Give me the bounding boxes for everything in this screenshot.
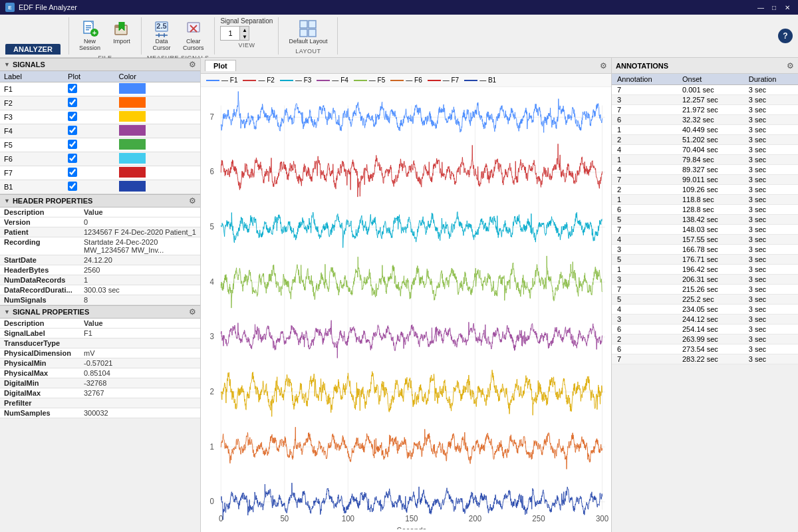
ann-onset: 118.8 sec <box>677 195 743 205</box>
signal-label: F1 <box>0 82 64 96</box>
signal-label: F4 <box>0 124 64 138</box>
signal-plot-check[interactable] <box>64 110 114 124</box>
analyzer-tab[interactable]: ANALYZER <box>5 44 61 55</box>
minimize-button[interactable]: — <box>755 3 766 12</box>
signal-plot-check[interactable] <box>64 166 114 180</box>
legend-item: — F5 <box>354 76 385 84</box>
signal-label: F2 <box>0 96 64 110</box>
ann-annotation: 5 <box>612 215 677 225</box>
ann-onset: 283.22 sec <box>677 354 743 364</box>
ann-duration: 3 sec <box>743 225 798 235</box>
signal-plot-check[interactable] <box>64 124 114 138</box>
legend-item: — F2 <box>243 76 274 84</box>
plot-tab[interactable]: Plot <box>205 60 236 71</box>
plot-gear-icon[interactable]: ⚙ <box>600 61 607 70</box>
default-layout-button[interactable]: Default Layout <box>284 17 332 47</box>
data-cursor-button[interactable]: 2.5 DataCursor <box>148 17 176 53</box>
signal-label: F6 <box>0 152 64 166</box>
maximize-button[interactable]: □ <box>769 3 779 12</box>
plot-area: Plot ⚙ — F1— F2— F3— F4— F5— F6— F7— B1 … <box>201 58 612 532</box>
signal-prop-value: 300032 <box>80 408 200 418</box>
annotations-gear-icon[interactable]: ⚙ <box>787 61 794 70</box>
new-session-button[interactable]: + NewSession <box>74 17 105 53</box>
signal-separation-value: 1 <box>221 29 239 38</box>
annotation-row: 4 234.05 sec 3 sec <box>612 305 798 315</box>
annotation-row: 5 138.42 sec 3 sec <box>612 215 798 225</box>
signal-props-header[interactable]: ▼ SIGNAL PROPERTIES ⚙ <box>0 305 200 319</box>
signal-props-col-val: Value <box>80 319 200 329</box>
header-props-header[interactable]: ▼ HEADER PROPERTIES ⚙ <box>0 194 200 207</box>
ann-annotation: 4 <box>612 305 677 315</box>
ann-onset: 109.26 sec <box>677 185 743 195</box>
signal-props-gear-icon[interactable]: ⚙ <box>189 307 196 317</box>
header-props-table: Description Value Version 0 Patient 1234… <box>0 207 200 305</box>
svg-rect-19 <box>309 29 316 37</box>
signal-label: F3 <box>0 110 64 124</box>
ann-annotation: 4 <box>612 235 677 245</box>
new-session-label: NewSession <box>79 38 100 51</box>
ann-duration: 3 sec <box>743 135 798 145</box>
view-section: Signal Separation 1 ▲ ▼ VIEW <box>215 17 279 55</box>
signal-color <box>115 180 200 194</box>
signal-plot-check[interactable] <box>64 152 114 166</box>
ann-duration: 3 sec <box>743 165 798 175</box>
plot-canvas[interactable]: 7 6 5 4 3 2 1 0 <box>201 87 611 532</box>
prop-key: HeaderBytes <box>0 265 80 275</box>
prop-key: DataRecordDurati... <box>0 285 80 295</box>
ann-duration: 3 sec <box>743 115 798 125</box>
plot-header: Plot ⚙ <box>201 58 611 74</box>
clear-cursors-icon <box>184 19 203 38</box>
legend-item: — F7 <box>428 76 459 84</box>
svg-text:0: 0 <box>219 514 223 524</box>
ann-onset: 244.12 sec <box>677 315 743 325</box>
signal-plot-check[interactable] <box>64 138 114 152</box>
annotation-row: 1 40.449 sec 3 sec <box>612 125 798 135</box>
annotations-scroll[interactable]: Annotation Onset Duration 7 0.001 sec 3 … <box>612 74 798 532</box>
ann-duration: 3 sec <box>743 315 798 325</box>
import-button[interactable]: Import <box>108 17 136 47</box>
app-icon: E <box>5 3 15 12</box>
signals-gear-icon[interactable]: ⚙ <box>189 60 196 69</box>
header-prop-row: DataRecordDurati... 300.03 sec <box>0 285 200 295</box>
legend-label: — F2 <box>258 76 274 84</box>
ann-onset: 263.99 sec <box>677 334 743 344</box>
signals-header[interactable]: ▼ SIGNALS ⚙ <box>0 58 200 71</box>
legend-line <box>206 80 219 81</box>
signal-prop-row: Prefilter <box>0 398 200 408</box>
ann-onset: 12.257 sec <box>677 95 743 105</box>
left-panel: ▼ SIGNALS ⚙ Label Plot Color F1 F2 F <box>0 58 201 532</box>
help-button[interactable]: ? <box>778 29 793 43</box>
ann-onset: 157.55 sec <box>677 235 743 245</box>
help-area: ? <box>778 17 798 55</box>
title-bar: E EDF File Analyzer — □ ✕ <box>0 0 798 15</box>
signal-prop-row: PhysicalMin -0.57021 <box>0 358 200 368</box>
svg-text:300: 300 <box>596 514 608 524</box>
ann-annotation: 6 <box>612 205 677 215</box>
ann-onset: 99.011 sec <box>677 175 743 185</box>
signal-separation-spinner[interactable]: 1 ▲ ▼ <box>220 26 249 41</box>
svg-text:150: 150 <box>405 514 418 524</box>
clear-cursors-button[interactable]: ClearCursors <box>178 17 209 53</box>
annotation-row: 7 283.22 sec 3 sec <box>612 354 798 364</box>
signal-props-scroll[interactable]: Description Value SignalLabel F1 Transdu… <box>0 319 200 532</box>
svg-text:1: 1 <box>209 442 214 452</box>
signal-plot-check[interactable] <box>64 82 114 96</box>
ann-onset: 0.001 sec <box>677 85 743 95</box>
annotations-panel: ANNOTATIONS ⚙ Annotation Onset Duration … <box>612 58 798 532</box>
ann-duration: 3 sec <box>743 305 798 315</box>
signal-plot-check[interactable] <box>64 180 114 194</box>
ann-duration: 3 sec <box>743 325 798 334</box>
close-button[interactable]: ✕ <box>782 3 793 12</box>
ann-onset: 225.2 sec <box>677 295 743 305</box>
spinner-down-button[interactable]: ▼ <box>239 33 249 40</box>
header-props-gear-icon[interactable]: ⚙ <box>189 196 196 205</box>
ann-onset: 138.42 sec <box>677 215 743 225</box>
spinner-up-button[interactable]: ▲ <box>239 27 249 33</box>
annotation-row: 1 196.42 sec 3 sec <box>612 265 798 275</box>
window-controls[interactable]: — □ ✕ <box>755 3 793 12</box>
ann-onset: 148.03 sec <box>677 225 743 235</box>
signal-plot-check[interactable] <box>64 96 114 110</box>
annotation-row: 7 21.972 sec 3 sec <box>612 105 798 115</box>
ann-annotation: 6 <box>612 344 677 354</box>
header-props-title: HEADER PROPERTIES <box>13 197 92 205</box>
